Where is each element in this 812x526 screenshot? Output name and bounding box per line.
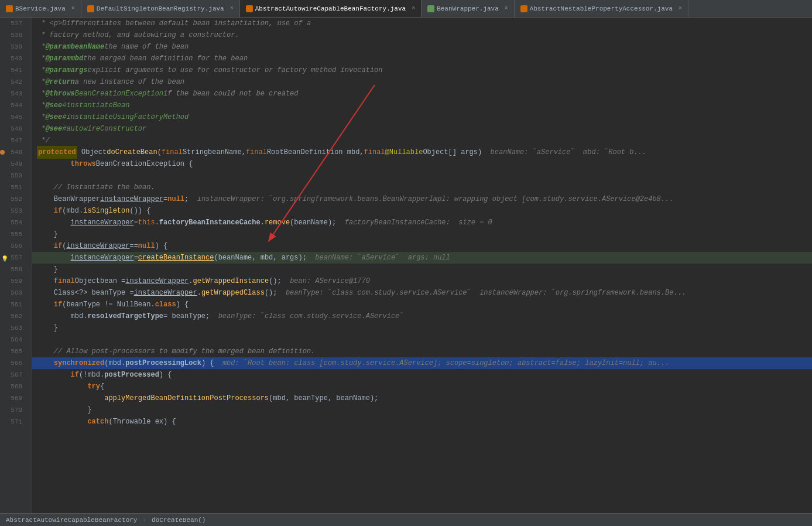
ln-566: 566 [0, 357, 27, 369]
ln-541: 541 [0, 64, 27, 76]
ln-567: 567 [0, 369, 27, 381]
tab-close-bservice[interactable]: × [71, 5, 75, 12]
ln-551: 551 [0, 182, 27, 193]
ln-564: 564 [0, 334, 27, 346]
tab-label-abstractnestable: AbstractNestablePropertyAccessor.java [530, 5, 673, 12]
ln-568: 568 [0, 381, 27, 392]
tab-bservice[interactable]: BService.java × [0, 0, 81, 18]
tab-close-abstractautowire[interactable]: × [412, 5, 415, 12]
ln-555: 555 [0, 228, 27, 240]
line-567: if (!mbd. postProcessed ) { [32, 369, 812, 381]
line-555: } [32, 228, 812, 240]
line-569: applyMergedBeanDefinitionPostProcessors … [32, 392, 812, 404]
line-547: */ [32, 135, 812, 146]
code-area[interactable]: 537 538 539 540 541 542 543 544 545 546 … [0, 18, 812, 513]
ln-554: 554 [0, 217, 27, 228]
breadcrumb-method: doCreateBean() [152, 517, 205, 524]
tab-close-defaultsingleton[interactable]: × [230, 5, 234, 12]
line-548: protected Object doCreateBean ( final St… [32, 146, 812, 158]
line-551: // Instantiate the bean. [32, 182, 812, 193]
ln-543: 543 [0, 88, 27, 100]
ln-556: 556 [0, 240, 27, 252]
line-numbers: 537 538 539 540 541 542 543 544 545 546 … [0, 18, 32, 513]
line-561: if (beanType != NullBean. class ) { [32, 299, 812, 310]
tab-bar: BService.java × DefaultSingletonBeanRegi… [0, 0, 812, 18]
tab-label-bservice: BService.java [15, 5, 66, 12]
line-550 [32, 170, 812, 182]
tab-abstractnestable[interactable]: AbstractNestablePropertyAccessor.java × [515, 0, 688, 18]
code-wrapper: 537 538 539 540 541 542 543 544 545 546 … [0, 18, 812, 513]
line-571: catch (Throwable ex) { [32, 416, 812, 428]
ln-544: 544 [0, 100, 27, 111]
ln-563: 563 [0, 322, 27, 334]
ln-538: 538 [0, 29, 27, 41]
breadcrumb-class: AbstractAutowireCapableBeanFactory [6, 517, 137, 524]
ln-550: 550 [0, 170, 27, 182]
line-553: if (mbd. isSingleton ()) { [32, 205, 812, 217]
line-556: if ( instanceWrapper == null ) { [32, 240, 812, 252]
line-564 [32, 334, 812, 346]
line-570: } [32, 404, 812, 416]
line-557: instanceWrapper = createBeanInstance (be… [32, 252, 812, 264]
line-552: BeanWrapper instanceWrapper = null ; ins… [32, 193, 812, 205]
tab-icon-bservice [6, 5, 13, 12]
ln-547: 547 [0, 135, 27, 146]
line-545: * @see #instantiateUsingFactoryMethod [32, 111, 812, 123]
ln-559: 559 [0, 275, 27, 287]
ln-545: 545 [0, 111, 27, 123]
ln-565: 565 [0, 346, 27, 357]
line-544: * @see #instantiateBean [32, 100, 812, 111]
tab-icon-beanwrapper [427, 5, 434, 12]
ln-569: 569 [0, 392, 27, 404]
ln-557: 557 [0, 252, 27, 264]
breadcrumb-sep: › [142, 517, 146, 524]
line-554: instanceWrapper = this . factoryBeanInst… [32, 217, 812, 228]
ln-552: 552 [0, 193, 27, 205]
tab-defaultsingleton[interactable]: DefaultSingletonBeanRegistry.java × [81, 0, 240, 18]
line-549: throws BeanCreationException { [32, 158, 812, 170]
line-538: * factory method, and autowiring a const… [32, 29, 812, 41]
line-543: * @throws BeanCreationException if the b… [32, 88, 812, 100]
line-562: mbd. resolvedTargetType = beanType; bean… [32, 310, 812, 322]
line-546: * @see #autowireConstructor [32, 123, 812, 135]
line-559: final Object bean = instanceWrapper . ge… [32, 275, 812, 287]
tab-abstractautowire[interactable]: AbstractAutowireCapableBeanFactory.java … [240, 0, 422, 18]
line-539: * @param beanName the name of the bean [32, 41, 812, 53]
ln-546: 546 [0, 123, 27, 135]
ln-539: 539 [0, 41, 27, 53]
tab-icon-defaultsingleton [87, 5, 94, 12]
code-content: * <p>Differentiates between default bean… [32, 18, 812, 513]
ln-562: 562 [0, 310, 27, 322]
line-540: * @param mbd the merged bean definition … [32, 53, 812, 64]
ln-561: 561 [0, 299, 27, 310]
ln-558: 558 [0, 264, 27, 275]
ln-560: 560 [0, 287, 27, 299]
line-565: // Allow post-processors to modify the m… [32, 346, 812, 357]
tab-beanwrapper[interactable]: BeanWrapper.java × [422, 0, 515, 18]
line-542: * @return a new instance of the bean [32, 76, 812, 88]
line-568: try { [32, 381, 812, 392]
ln-571: 571 [0, 416, 27, 428]
tab-close-abstractnestable[interactable]: × [679, 5, 682, 12]
tab-icon-abstractautowire [246, 5, 253, 12]
ln-570: 570 [0, 404, 27, 416]
tab-label-defaultsingleton: DefaultSingletonBeanRegistry.java [97, 5, 224, 12]
code-container: 537 538 539 540 541 542 543 544 545 546 … [0, 18, 812, 513]
line-563: } [32, 322, 812, 334]
ln-540: 540 [0, 53, 27, 64]
code-lines: 537 538 539 540 541 542 543 544 545 546 … [0, 18, 812, 513]
ln-548: 548 [0, 146, 27, 158]
line-537: * <p>Differentiates between default bean… [32, 18, 812, 29]
ln-553: 553 [0, 205, 27, 217]
line-566: synchronized (mbd. postProcessingLock ) … [32, 357, 812, 369]
ln-537: 537 [0, 18, 27, 29]
tab-close-beanwrapper[interactable]: × [505, 5, 508, 12]
ln-549: 549 [0, 158, 27, 170]
ln-542: 542 [0, 76, 27, 88]
line-558: } [32, 264, 812, 275]
tab-label-beanwrapper: BeanWrapper.java [437, 5, 499, 12]
status-bar: AbstractAutowireCapableBeanFactory › doC… [0, 513, 812, 526]
tab-label-abstractautowire: AbstractAutowireCapableBeanFactory.java [255, 5, 406, 12]
line-560: Class<?> beanType = instanceWrapper . ge… [32, 287, 812, 299]
tab-icon-abstractnestable [520, 5, 527, 12]
